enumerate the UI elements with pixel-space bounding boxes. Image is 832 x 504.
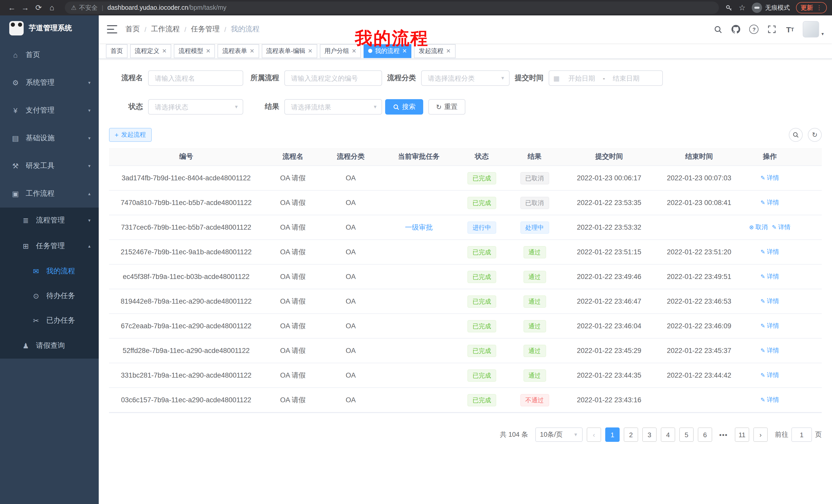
tab-user-group[interactable]: 用户分组✕ — [320, 44, 361, 58]
refresh-table-button[interactable]: ↻ — [808, 128, 822, 142]
result-select[interactable]: ▼ — [284, 99, 382, 115]
tab-home[interactable]: 首页 — [106, 44, 128, 58]
sidebar-item-todo-tasks[interactable]: ⊙ 待办任务 — [0, 284, 99, 308]
close-icon[interactable]: ✕ — [402, 48, 407, 54]
table-row[interactable]: 3ad174fb-7b9d-11ec-8404-acde48001122 OA … — [109, 166, 822, 191]
search-icon[interactable] — [713, 24, 723, 34]
tab-my-processes[interactable]: 我的流程✕ — [364, 44, 411, 58]
detail-action[interactable]: ✎详情 — [760, 272, 779, 281]
pagination-prev-button[interactable]: ‹ — [587, 427, 601, 442]
sidebar-item-process-management[interactable]: ≣ 流程管理 ▾ — [0, 207, 99, 233]
sidebar-item-my-processes[interactable]: ✉ 我的流程 — [0, 259, 99, 284]
close-icon[interactable]: ✕ — [352, 48, 356, 54]
toggle-search-button[interactable] — [789, 128, 803, 142]
bookmark-star-icon[interactable]: ☆ — [739, 3, 746, 12]
github-icon[interactable] — [731, 24, 741, 34]
tab-process-form-edit[interactable]: 流程表单-编辑✕ — [261, 44, 317, 58]
result-select-input[interactable] — [284, 99, 382, 115]
search-button[interactable]: 搜索 — [385, 99, 423, 115]
close-icon[interactable]: ✕ — [206, 48, 210, 54]
end-date-input[interactable] — [606, 74, 646, 82]
browser-refresh-button[interactable]: ⟳ — [32, 0, 45, 16]
page-size-select[interactable]: 10条/页 ▼ — [535, 427, 582, 442]
tab-process-model[interactable]: 流程模型✕ — [174, 44, 215, 58]
category-select-input[interactable] — [421, 71, 510, 86]
detail-action[interactable]: ✎详情 — [760, 174, 779, 183]
table-row[interactable]: ec45f38f-7b9a-11ec-b03b-acde48001122 OA … — [109, 264, 822, 289]
detail-action[interactable]: ✎详情 — [760, 297, 779, 306]
browser-chrome: ← → ⟳ ⌂ ⚠ 不安全 | dashboard.yudao.iocoder.… — [0, 0, 832, 16]
pagination-page-2[interactable]: 2 — [624, 427, 638, 442]
category-select[interactable]: ▼ — [421, 71, 510, 86]
pagination-more[interactable]: ••• — [716, 427, 731, 442]
detail-action[interactable]: ✎详情 — [760, 396, 779, 404]
cancel-action[interactable]: ⊗取消 — [749, 223, 768, 232]
breadcrumb-item[interactable]: 任务管理 — [191, 25, 220, 34]
table-row[interactable]: 331bc281-7b9a-11ec-a290-acde48001122 OA … — [109, 363, 822, 388]
browser-forward-button[interactable]: → — [19, 0, 32, 16]
address-bar[interactable]: ⚠ 不安全 | dashboard.yudao.iocoder.cn /bpm/… — [65, 2, 719, 14]
close-icon[interactable]: ✕ — [446, 48, 451, 54]
pagination-page-4[interactable]: 4 — [661, 427, 675, 442]
status-select-input[interactable] — [148, 99, 243, 115]
cell-actions: ✎详情 — [744, 166, 796, 190]
status-select[interactable]: ▼ — [148, 99, 243, 115]
browser-home-button[interactable]: ⌂ — [45, 0, 59, 16]
table-row[interactable]: 819442e8-7b9a-11ec-a290-acde48001122 OA … — [109, 289, 822, 314]
pagination-page-1[interactable]: 1 — [605, 427, 620, 442]
pagination-page-3[interactable]: 3 — [642, 427, 657, 442]
table-row[interactable]: 03c6c157-7b9a-11ec-a290-acde48001122 OA … — [109, 388, 822, 413]
sidebar-item-infrastructure[interactable]: ▤ 基础设施 ▾ — [0, 124, 99, 152]
pagination-page-6[interactable]: 6 — [698, 427, 712, 442]
sidebar-item-devtools[interactable]: ⚒ 研发工具 ▾ — [0, 152, 99, 180]
sidebar-item-task-management[interactable]: ⊞ 任务管理 ▴ — [0, 233, 99, 259]
start-process-button[interactable]: + 发起流程 — [109, 128, 151, 142]
sidebar-item-home[interactable]: ⌂ 首页 — [0, 41, 99, 69]
current-task-link[interactable]: 一级审批 — [405, 223, 433, 232]
table-row[interactable]: 67c2eaab-7b9a-11ec-a290-acde48001122 OA … — [109, 314, 822, 339]
goto-page-input[interactable] — [791, 427, 812, 442]
close-icon[interactable]: ✕ — [162, 48, 166, 54]
pagination-page-5[interactable]: 5 — [679, 427, 694, 442]
detail-action[interactable]: ✎详情 — [760, 321, 779, 330]
detail-action[interactable]: ✎详情 — [760, 198, 779, 207]
table-row[interactable]: 2152467e-7b9b-11ec-9a1b-acde48001122 OA … — [109, 240, 822, 264]
cell-actions: ⊗取消✎详情 — [744, 215, 796, 240]
sidebar-item-system[interactable]: ⚙ 系统管理 ▾ — [0, 69, 99, 96]
help-icon[interactable]: ? — [749, 24, 759, 34]
sidebar-item-workflow[interactable]: ▣ 工作流程 ▴ — [0, 180, 99, 207]
detail-action[interactable]: ✎详情 — [760, 346, 779, 355]
chevron-down-icon: ▾ — [88, 80, 90, 85]
parent-process-input[interactable] — [284, 71, 382, 86]
process-name-input[interactable] — [148, 71, 243, 86]
user-menu[interactable]: ▾ — [803, 21, 824, 37]
detail-action[interactable]: ✎详情 — [760, 248, 779, 256]
browser-update-button[interactable]: 更新 ⋮ — [796, 2, 827, 13]
tab-process-form[interactable]: 流程表单✕ — [218, 44, 259, 58]
tab-process-definition[interactable]: 流程定义✕ — [130, 44, 171, 58]
key-icon[interactable] — [725, 4, 732, 11]
breadcrumb-item[interactable]: 首页 — [126, 25, 140, 34]
detail-action[interactable]: ✎详情 — [760, 371, 779, 380]
detail-action[interactable]: ✎详情 — [772, 223, 790, 232]
pagination-next-button[interactable]: › — [753, 427, 768, 442]
submit-time-range-picker[interactable]: ▦ - — [549, 71, 663, 86]
font-size-icon[interactable]: TT — [785, 24, 795, 34]
app-logo[interactable]: 芋道管理系统 — [0, 16, 99, 41]
reset-button[interactable]: ↻ 重置 — [428, 99, 465, 115]
sidebar-item-payment[interactable]: ¥ 支付管理 ▾ — [0, 96, 99, 124]
start-date-input[interactable] — [562, 74, 602, 82]
sidebar-item-leave-query[interactable]: ♟ 请假查询 — [0, 333, 99, 359]
table-row[interactable]: 7317cec6-7b9b-11ec-b5b7-acde48001122 OA … — [109, 215, 822, 240]
browser-back-button[interactable]: ← — [5, 0, 19, 16]
breadcrumb-item[interactable]: 工作流程 — [151, 25, 180, 34]
table-row[interactable]: 7470a810-7b9b-11ec-b5b7-acde48001122 OA … — [109, 191, 822, 215]
fullscreen-icon[interactable] — [767, 24, 777, 34]
table-row[interactable]: 52ffd28e-7b9a-11ec-a290-acde48001122 OA … — [109, 339, 822, 363]
close-icon[interactable]: ✕ — [250, 48, 254, 54]
pagination-page-11[interactable]: 11 — [735, 427, 749, 442]
close-icon[interactable]: ✕ — [308, 48, 312, 54]
tab-start-process[interactable]: 发起流程✕ — [414, 44, 455, 58]
sidebar-item-done-tasks[interactable]: ✂ 已办任务 — [0, 308, 99, 333]
sidebar-toggle-button[interactable] — [107, 25, 117, 33]
